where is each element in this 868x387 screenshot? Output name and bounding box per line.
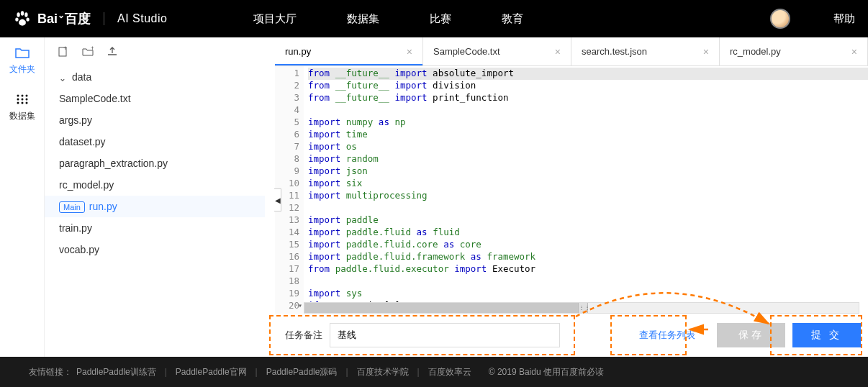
footer-lead: 友情链接： <box>29 366 72 378</box>
svg-point-10 <box>25 99 27 101</box>
footer-link[interactable]: 百度效率云 <box>428 366 471 378</box>
rail-files[interactable]: 文件夹 <box>0 37 44 83</box>
rail-datasets[interactable]: 数据集 <box>0 83 44 129</box>
svg-text:+: + <box>63 46 67 52</box>
collapse-handle[interactable]: ◀ <box>274 188 281 211</box>
footer: 友情链接： PaddlePaddle训练营| PaddlePaddle官网| P… <box>0 357 868 387</box>
svg-point-1 <box>21 11 24 16</box>
editor-tab[interactable]: search.test.json× <box>571 37 720 65</box>
editor-area: ◀ run.py×SampleCode.txt×search.test.json… <box>275 37 868 357</box>
svg-point-7 <box>25 95 27 97</box>
tree-folder-data[interactable]: data <box>45 66 265 88</box>
close-icon[interactable]: × <box>555 46 561 58</box>
tree-file[interactable]: vocab.py <box>45 239 265 260</box>
baidu-text-2: 百度 <box>65 12 91 26</box>
scrollbar-thumb[interactable] <box>304 303 578 313</box>
save-button[interactable]: 保存 <box>717 323 785 347</box>
editor-tab[interactable]: SampleCode.txt× <box>423 37 571 65</box>
tree-file[interactable]: paragraph_extraction.py <box>45 152 265 174</box>
svg-point-12 <box>21 102 23 104</box>
upload-icon[interactable] <box>107 46 118 58</box>
close-icon[interactable]: × <box>851 46 857 58</box>
tree-file[interactable]: args.py <box>45 109 265 131</box>
nav-datasets[interactable]: 数据集 <box>347 12 379 26</box>
editor-tab[interactable]: rc_model.py× <box>720 37 868 65</box>
top-navbar: Bai⌄百度 AI Studio 项目大厅 数据集 比赛 教育 帮助 <box>0 0 868 37</box>
svg-point-13 <box>25 102 27 104</box>
grid-icon <box>15 93 30 106</box>
close-icon[interactable]: × <box>703 46 709 58</box>
task-note-label: 任务备注 <box>285 329 322 342</box>
footer-link[interactable]: 百度技术学院 <box>357 366 409 378</box>
folder-icon <box>15 47 30 59</box>
avatar[interactable] <box>770 9 790 29</box>
svg-point-4 <box>26 17 29 21</box>
footer-link[interactable]: PaddlePaddle训练营 <box>76 366 156 378</box>
main-nav: 项目大厅 数据集 比赛 教育 <box>253 12 523 26</box>
svg-point-3 <box>15 17 18 21</box>
tree-file[interactable]: dataset.py <box>45 131 265 152</box>
svg-point-0 <box>17 12 19 17</box>
new-file-icon[interactable]: + <box>58 46 69 58</box>
logo-divider <box>104 12 104 25</box>
left-rail: 文件夹 数据集 <box>0 37 45 357</box>
nav-education[interactable]: 教育 <box>502 12 523 26</box>
footer-copy: © 2019 Baidu 使用百度前必读 <box>489 366 604 378</box>
aistudio-text: AI Studio <box>117 12 167 25</box>
close-icon[interactable]: × <box>407 46 412 58</box>
svg-point-6 <box>21 95 23 97</box>
submit-button[interactable]: 提 交 <box>792 323 861 347</box>
tree-file[interactable]: SampleCode.txt <box>45 88 265 109</box>
main-badge: Main <box>59 201 85 213</box>
view-task-list-link[interactable]: 查看任务列表 <box>639 329 695 342</box>
nav-projects[interactable]: 项目大厅 <box>253 12 297 26</box>
baidu-paw-icon <box>13 9 32 28</box>
new-folder-icon[interactable]: + <box>82 46 94 58</box>
footer-link[interactable]: PaddlePaddle官网 <box>176 366 247 378</box>
logo[interactable]: Bai⌄百度 AI Studio <box>13 9 167 28</box>
svg-point-5 <box>17 95 19 97</box>
editor-tab[interactable]: run.py× <box>275 37 423 65</box>
horizontal-scrollbar[interactable]: ⋮⋮ <box>304 302 859 314</box>
task-submit-row: 任务备注 查看任务列表 保存 提 交 <box>275 314 868 357</box>
scrollbar-grip: ⋮⋮ <box>578 303 588 313</box>
task-note-input[interactable] <box>330 323 560 347</box>
svg-point-11 <box>17 102 19 104</box>
file-explorer: + + data SampleCode.txt args.py dataset.… <box>45 37 275 357</box>
help-link[interactable]: 帮助 <box>833 12 855 26</box>
tree-file[interactable]: rc_model.py <box>45 174 265 196</box>
footer-link[interactable]: PaddlePaddle源码 <box>266 366 338 378</box>
tree-file-main[interactable]: Mainrun.py <box>45 196 265 217</box>
editor-tabs: run.py×SampleCode.txt×search.test.json×r… <box>275 37 868 66</box>
svg-point-2 <box>24 12 27 17</box>
nav-competitions[interactable]: 比赛 <box>430 12 451 26</box>
fold-marker[interactable]: ▾ <box>298 301 302 311</box>
svg-point-8 <box>17 99 19 101</box>
baidu-text-1: Bai <box>37 12 58 26</box>
svg-text:+: + <box>91 46 94 52</box>
tree-file[interactable]: train.py <box>45 217 265 239</box>
svg-point-9 <box>21 99 23 101</box>
